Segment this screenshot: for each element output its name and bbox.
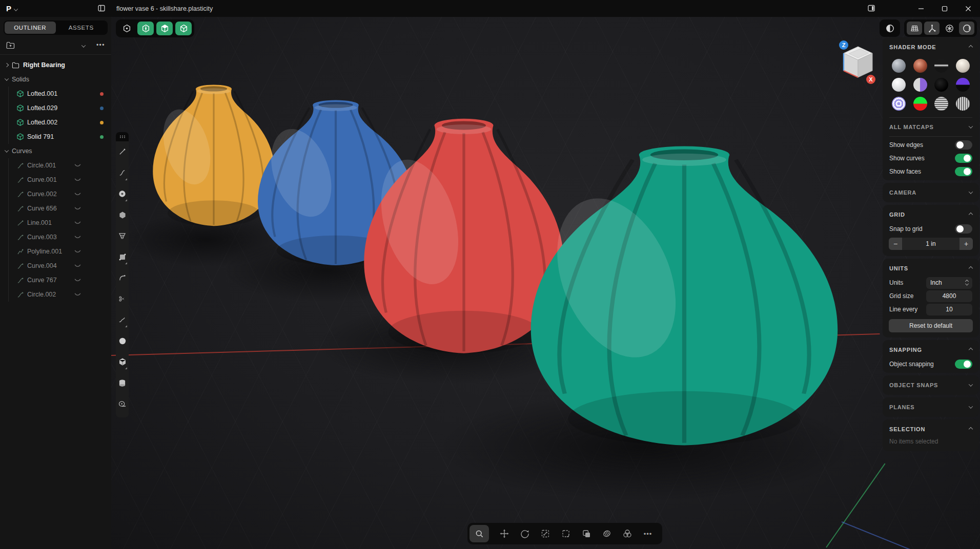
tree-item-lofted-002[interactable]: Lofted.002	[9, 115, 111, 130]
settings-hexagon-button[interactable]	[118, 22, 135, 35]
tree-item-lofted-029[interactable]: Lofted.029	[9, 101, 111, 115]
tab-assets[interactable]: ASSETS	[56, 22, 107, 34]
revolve-tool-icon[interactable]	[116, 225, 129, 246]
new-folder-icon[interactable]	[6, 41, 15, 49]
tree-item-curve-004[interactable]: Curve.004	[9, 259, 111, 273]
stepper-minus-button[interactable]: −	[889, 238, 902, 250]
gizmo-icon[interactable]	[924, 22, 940, 35]
object-snaps-header[interactable]: OBJECT SNAPS	[883, 377, 979, 393]
object-snapping-toggle[interactable]	[955, 360, 972, 369]
matcap-swatch-porcelain[interactable]	[892, 78, 906, 92]
duplicate-icon[interactable]	[581, 529, 591, 539]
stepper-value[interactable]: 1 in	[902, 240, 959, 247]
matcap-swatch-stripes-vertical[interactable]	[956, 97, 970, 111]
line-every-input[interactable]: 10	[926, 304, 972, 315]
app-logo[interactable]: P	[6, 4, 11, 13]
tree-item-right-bearing[interactable]: Right Bearing	[0, 58, 111, 72]
curve-mode-button[interactable]	[175, 22, 192, 35]
scale-icon[interactable]	[540, 529, 550, 539]
curve-visibility-icon[interactable]	[74, 249, 81, 254]
reset-to-default-button[interactable]: Reset to default	[889, 319, 973, 332]
spline-tool-icon[interactable]	[116, 162, 129, 183]
theme-contrast-icon[interactable]	[882, 22, 897, 35]
all-matcaps-header[interactable]: ALL MATCAPS	[883, 119, 979, 135]
show-curves-toggle[interactable]	[955, 154, 972, 163]
matcap-swatch-green-red[interactable]	[913, 97, 927, 111]
rectangle-tool-icon[interactable]	[116, 246, 129, 267]
matcap-swatch-gray-purple[interactable]	[913, 78, 927, 92]
selection-header[interactable]: SELECTION	[883, 421, 979, 437]
curve-visibility-icon[interactable]	[74, 235, 81, 240]
tree-item-line-001[interactable]: Line.001	[9, 216, 111, 230]
arc-tool-icon[interactable]	[116, 267, 129, 288]
tree-group-curves[interactable]: Curves	[0, 144, 111, 158]
curve-visibility-icon[interactable]	[74, 292, 81, 297]
line-tool-icon[interactable]	[116, 141, 129, 162]
snapping-header[interactable]: SNAPPING	[883, 342, 979, 357]
paste-special-icon[interactable]	[561, 529, 571, 539]
camera-header[interactable]: CAMERA	[883, 185, 979, 200]
curve-visibility-icon[interactable]	[74, 264, 81, 268]
matcap-swatch-purple-dark[interactable]	[956, 78, 970, 92]
trim-tool-icon[interactable]	[116, 288, 129, 309]
tree-item-polyline-001[interactable]: Polyline.001	[9, 244, 111, 259]
curve-visibility-icon[interactable]	[74, 206, 81, 211]
sidebar-toggle-icon[interactable]	[97, 4, 106, 12]
close-button[interactable]	[956, 0, 980, 17]
sheet-mode-button[interactable]	[156, 22, 173, 35]
matcap-swatch-stripes-horizontal[interactable]	[934, 97, 948, 111]
units-header[interactable]: UNITS	[883, 261, 979, 276]
3d-viewport[interactable]: ••• Z X	[111, 17, 980, 549]
solid-mode-button[interactable]	[137, 22, 154, 35]
more-tools-icon[interactable]: •••	[643, 529, 653, 539]
vase-teal[interactable]	[523, 133, 846, 453]
curve-visibility-icon[interactable]	[74, 178, 81, 182]
move-icon[interactable]	[499, 529, 509, 539]
performance-icon[interactable]	[942, 22, 957, 35]
snap-to-grid-toggle[interactable]	[955, 224, 972, 234]
measure-tool-icon[interactable]	[116, 393, 129, 414]
more-options-icon[interactable]: •••	[96, 41, 105, 49]
curve-visibility-icon[interactable]	[74, 278, 81, 283]
grid-size-input[interactable]: 4800	[926, 290, 972, 302]
zoom-button[interactable]	[469, 525, 489, 542]
panel-toggle-icon[interactable]	[867, 4, 875, 12]
sphere-tool-icon[interactable]	[116, 330, 129, 351]
tree-item-curve-002[interactable]: Curve.002	[9, 187, 111, 201]
grid-header[interactable]: GRID	[883, 207, 979, 222]
stepper-plus-button[interactable]: +	[959, 238, 973, 250]
show-faces-toggle[interactable]	[955, 167, 972, 176]
matcap-swatch-silver[interactable]	[892, 59, 906, 73]
app-menu-chevron-icon[interactable]	[14, 4, 17, 13]
tab-outliner[interactable]: OUTLINER	[5, 22, 56, 34]
render-modes-icon[interactable]	[622, 529, 632, 539]
curve-visibility-icon[interactable]	[74, 163, 81, 168]
circle-tool-icon[interactable]	[116, 183, 129, 204]
curve-visibility-icon[interactable]	[74, 192, 81, 197]
tree-item-curve-767[interactable]: Curve 767	[9, 273, 111, 287]
matcap-swatch-black[interactable]	[934, 78, 948, 92]
view-cube[interactable]: Z X	[837, 39, 879, 86]
matcap-swatch-copper[interactable]	[913, 59, 927, 73]
matcap-swatch-rings[interactable]	[892, 97, 906, 111]
tree-item-curve-656[interactable]: Curve 656	[9, 201, 111, 216]
box-tool-icon[interactable]	[116, 351, 129, 372]
tree-item-solid-791[interactable]: Solid 791	[9, 130, 111, 144]
tree-item-circle-001[interactable]: Circle.001	[9, 158, 111, 173]
tree-item-curve-001[interactable]: Curve.001	[9, 173, 111, 187]
tree-item-lofted-001[interactable]: Lofted.001	[9, 87, 111, 101]
tree-item-curve-003[interactable]: Curve.003	[9, 230, 111, 244]
planes-header[interactable]: PLANES	[883, 399, 979, 415]
freehand-tool-icon[interactable]	[116, 309, 129, 330]
maximize-button[interactable]	[933, 0, 956, 17]
show-edges-toggle[interactable]	[955, 140, 972, 150]
tree-group-solids[interactable]: Solids	[0, 72, 111, 87]
cylinder-tool-icon[interactable]	[116, 372, 129, 393]
polygon-tool-icon[interactable]	[116, 204, 129, 225]
matcap-swatch-carbon[interactable]	[934, 59, 948, 73]
units-select[interactable]: Inch	[926, 277, 972, 289]
rotate-icon[interactable]	[520, 529, 530, 539]
matcap-ball-icon[interactable]	[959, 22, 974, 35]
grid-display-icon[interactable]	[907, 22, 922, 35]
isolate-icon[interactable]	[602, 529, 612, 539]
